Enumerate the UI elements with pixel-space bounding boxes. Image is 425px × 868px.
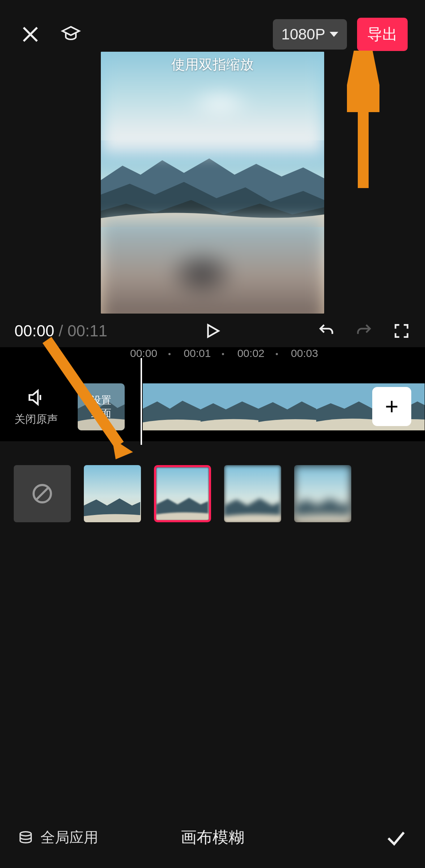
blur-options (0, 461, 425, 526)
blur-option-2[interactable] (154, 465, 211, 522)
resolution-selector[interactable]: 1080P (273, 19, 347, 50)
set-cover-button[interactable]: 设置 封面 (78, 383, 125, 430)
add-clip-button[interactable]: + (372, 387, 411, 426)
clip-frame[interactable] (258, 383, 316, 430)
svg-point-8 (20, 832, 31, 836)
resolution-label: 1080P (282, 26, 325, 43)
clip-frame[interactable] (143, 383, 201, 430)
layers-icon (17, 829, 34, 846)
none-icon (31, 482, 54, 505)
export-button[interactable]: 导出 (357, 18, 408, 51)
current-time: 00:00 (14, 322, 54, 340)
blur-option-4[interactable] (294, 465, 351, 522)
blur-fill-bottom (101, 220, 324, 314)
mute-audio-button[interactable]: 关闭原声 (0, 387, 72, 427)
panel-title: 画布模糊 (181, 827, 244, 848)
clip-frame[interactable] (316, 383, 374, 430)
pinch-zoom-hint: 使用双指缩放 (101, 55, 324, 74)
playback-bar: 00:00 / 00:11 (0, 315, 425, 347)
redo-button[interactable] (355, 322, 373, 340)
playhead[interactable] (141, 358, 142, 445)
undo-button[interactable] (317, 322, 335, 340)
tutorial-icon[interactable] (58, 21, 84, 47)
global-apply-button[interactable]: 全局应用 (17, 827, 98, 847)
timeline[interactable]: 00:00 00:01 00:02 00:03 关闭原声 设置 封面 + (0, 347, 425, 441)
svg-marker-12 (112, 438, 133, 459)
plus-icon: + (385, 393, 398, 420)
bottom-bar: 全局应用 画布模糊 (0, 807, 425, 868)
play-button[interactable] (203, 322, 222, 340)
annotation-arrow-export (347, 51, 379, 192)
tick: 00:03 (291, 347, 372, 359)
fullscreen-button[interactable] (392, 322, 411, 340)
chevron-down-icon (330, 32, 338, 37)
blur-option-1[interactable] (84, 465, 141, 522)
clip-frame[interactable] (201, 383, 258, 430)
blur-option-3[interactable] (224, 465, 281, 522)
video-preview[interactable]: 使用双指缩放 (101, 52, 324, 314)
time-ruler: 00:00 00:01 00:02 00:03 (0, 347, 425, 369)
blur-option-none[interactable] (14, 465, 71, 522)
total-time: 00:11 (68, 322, 107, 340)
time-display: 00:00 / 00:11 (14, 322, 107, 340)
confirm-button[interactable] (385, 826, 408, 849)
close-button[interactable] (17, 21, 43, 47)
preview-content (101, 140, 324, 227)
